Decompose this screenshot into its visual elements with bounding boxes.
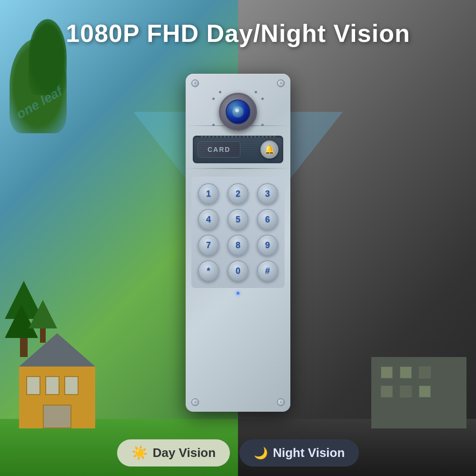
night-building xyxy=(371,357,466,428)
camera-inner-ring xyxy=(226,99,250,124)
key-2[interactable]: 2 xyxy=(228,183,248,204)
bell-button[interactable]: 🔔 xyxy=(260,140,278,159)
screw-bottom-right xyxy=(277,398,285,406)
grille-dot xyxy=(262,136,264,138)
bottom-labels: ☀️ Day Vision 🌙 Night Vision xyxy=(119,439,357,466)
house-window-3 xyxy=(64,376,79,395)
grille-dot xyxy=(247,136,248,138)
night-vision-label: Night Vision xyxy=(273,446,345,460)
grille-dot xyxy=(216,136,218,138)
camera-housing xyxy=(219,93,257,131)
bell-icon: 🔔 xyxy=(264,144,275,155)
house-window-2 xyxy=(45,376,60,395)
building-body xyxy=(371,357,466,428)
page-title: 1080P FHD Day/Night Vision xyxy=(0,19,476,48)
camera-reflection xyxy=(235,109,239,112)
grille-dot xyxy=(231,136,233,138)
day-vision-label: Day Vision xyxy=(153,446,216,460)
screw-bottom-left xyxy=(191,398,199,406)
key-1[interactable]: 1 xyxy=(198,183,219,204)
key-7[interactable]: 7 xyxy=(198,235,219,256)
camera-section xyxy=(195,93,281,138)
moon-icon: 🌙 xyxy=(254,446,268,460)
speaker-grille xyxy=(195,136,281,138)
house-window-4 xyxy=(43,405,71,428)
ir-dot-3 xyxy=(212,98,215,100)
grille-dot xyxy=(250,136,252,138)
ir-dot-2 xyxy=(255,91,257,93)
ir-dot-1 xyxy=(219,91,221,93)
grille-dot xyxy=(269,136,271,138)
ir-dot-4 xyxy=(261,98,264,100)
grille-dot xyxy=(235,136,237,138)
keypad-grid: 123456789*0# xyxy=(196,183,280,281)
building-window-6 xyxy=(419,386,431,397)
house-body xyxy=(19,367,95,428)
keypad-section: 123456789*0# xyxy=(191,177,285,288)
grille-dot xyxy=(228,136,229,138)
grille-dot xyxy=(239,136,241,138)
key-5[interactable]: 5 xyxy=(228,209,248,230)
key-0[interactable]: 0 xyxy=(228,260,248,281)
grille-dot xyxy=(220,136,222,138)
night-vision-pill: 🌙 Night Vision xyxy=(239,439,359,466)
grille-dot xyxy=(201,136,203,138)
grille-dot xyxy=(212,136,214,138)
camera-lens xyxy=(232,106,244,118)
screw-top-left xyxy=(191,79,199,87)
sun-icon: ☀️ xyxy=(131,445,148,461)
key-3[interactable]: 3 xyxy=(257,183,278,204)
grille-dot xyxy=(243,136,245,138)
building-window-5 xyxy=(400,386,412,397)
building-window-1 xyxy=(381,367,393,378)
ir-dot-6 xyxy=(261,124,264,126)
screw-top-right xyxy=(277,79,285,87)
building-window-3 xyxy=(419,367,431,378)
grille-dot xyxy=(224,136,226,138)
key-#[interactable]: # xyxy=(257,260,278,281)
grille-dot xyxy=(208,136,210,138)
keypad-divider xyxy=(186,168,290,169)
tree-2 xyxy=(29,300,57,343)
status-led xyxy=(237,292,239,295)
grille-dot xyxy=(266,136,268,138)
grille-dot xyxy=(254,136,256,138)
house-window-1 xyxy=(26,376,40,395)
building-window-4 xyxy=(381,386,393,397)
key-6[interactable]: 6 xyxy=(257,209,278,230)
building-window-2 xyxy=(400,367,412,378)
day-vision-pill: ☀️ Day Vision xyxy=(117,439,230,466)
key-*[interactable]: * xyxy=(198,260,219,281)
intercom-device: CARD 🔔 123456789*0# xyxy=(186,74,290,412)
card-reader-section: CARD 🔔 xyxy=(193,136,283,163)
key-4[interactable]: 4 xyxy=(198,209,219,230)
key-8[interactable]: 8 xyxy=(228,235,248,256)
key-9[interactable]: 9 xyxy=(257,235,278,256)
card-slot[interactable]: CARD xyxy=(198,141,240,158)
grille-dot xyxy=(258,136,260,138)
grille-dot xyxy=(205,136,207,138)
grille-dot xyxy=(273,136,275,138)
ir-dot-5 xyxy=(212,124,215,126)
